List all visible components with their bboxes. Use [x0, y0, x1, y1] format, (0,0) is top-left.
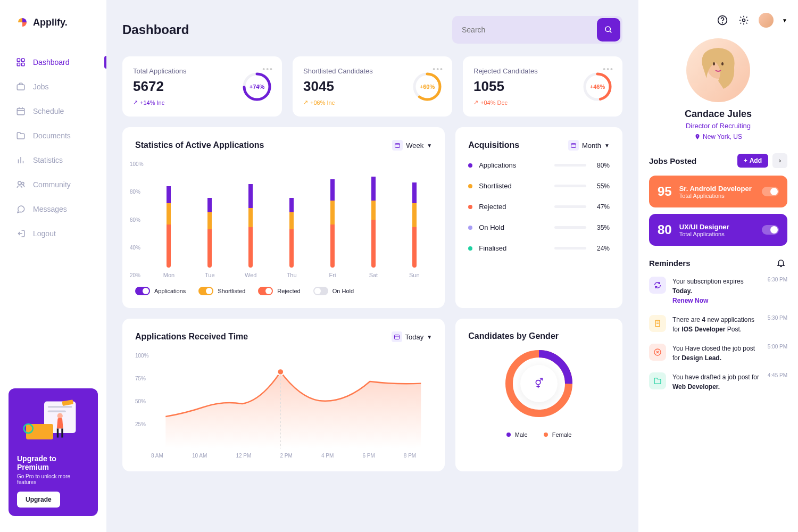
svg-rect-36	[394, 335, 399, 339]
reminder-time: 5:30 PM	[768, 315, 787, 321]
svg-rect-2	[17, 63, 20, 66]
profile-section: Candace Jules Director of Recruiting New…	[649, 38, 787, 140]
stat-ring: +74%	[243, 72, 271, 101]
svg-point-13	[22, 182, 24, 185]
chat-icon	[16, 204, 26, 214]
legend-toggle[interactable]	[258, 287, 273, 295]
received-period-select[interactable]: Today ▼	[392, 331, 433, 342]
reminder-item: Your subscription expires Today.Renew No…	[649, 277, 787, 305]
legend-toggle[interactable]	[313, 287, 328, 295]
calendar-icon	[568, 140, 579, 151]
svg-rect-23	[61, 429, 63, 438]
sidebar-item-messages[interactable]: Messages	[0, 197, 106, 221]
gender-donut-chart: ⚥	[502, 346, 576, 421]
sidebar-item-jobs[interactable]: Jobs	[0, 74, 106, 99]
male-label: Male	[515, 431, 528, 438]
legend-toggle[interactable]	[198, 287, 213, 295]
acquisition-item: Finalised 24%	[468, 244, 610, 252]
svg-rect-3	[22, 63, 24, 66]
row-charts: Statistics of Active Applications Week ▼…	[122, 127, 622, 308]
sidebar-item-dashboard[interactable]: Dashboard	[0, 50, 106, 74]
active-applications-card: Statistics of Active Applications Week ▼…	[122, 127, 445, 308]
jobs-next-button[interactable]: ›	[772, 153, 787, 168]
acquisition-item: Rejected 47%	[468, 203, 610, 211]
jobs-posted-title: Jobs Posted	[649, 156, 696, 165]
job-card[interactable]: 95 Sr. Android DeveloperTotal Applicatio…	[649, 176, 787, 207]
svg-point-47	[721, 62, 724, 65]
legend-item[interactable]: Applications	[135, 287, 186, 295]
file-icon	[649, 315, 666, 332]
nav: DashboardJobsScheduleDocumentsStatistics…	[0, 50, 106, 388]
calendar-icon	[16, 106, 26, 116]
svg-rect-34	[571, 144, 576, 148]
sidebar-item-documents[interactable]: Documents	[0, 123, 106, 148]
reminder-item: You Have closed the job post for Design …	[649, 344, 787, 363]
reminder-link[interactable]: Renew Now	[672, 297, 708, 304]
job-card[interactable]: 80 UX/UI DesignerTotal Applications	[649, 214, 787, 246]
sidebar-item-community[interactable]: Community	[0, 172, 106, 197]
bars-icon	[16, 155, 26, 165]
bell-icon[interactable]	[775, 256, 787, 269]
logout-icon	[16, 229, 26, 238]
job-count: 80	[658, 222, 672, 237]
user-menu-chevron[interactable]: ▼	[782, 18, 787, 23]
active-apps-period-select[interactable]: Week ▼	[392, 140, 432, 151]
acq-dot	[468, 163, 472, 168]
search-input[interactable]	[452, 18, 595, 41]
bar-group: Fri	[320, 172, 345, 278]
reminder-text: Your subscription expires Today.Renew No…	[672, 277, 761, 305]
job-toggle[interactable]	[762, 187, 779, 196]
svg-point-21	[57, 413, 63, 419]
help-icon[interactable]	[716, 14, 729, 27]
bar-chart-legend: ApplicationsShortlistedRejectedOn Hold	[135, 287, 432, 295]
user-avatar-small[interactable]	[759, 13, 774, 28]
sidebar-item-logout[interactable]: Logout	[0, 221, 106, 246]
sidebar-item-schedule[interactable]: Schedule	[0, 99, 106, 123]
svg-line-25	[610, 31, 611, 32]
reminder-item: You have drafted a job post for Web Deve…	[649, 372, 787, 392]
acq-percent: 80%	[593, 162, 610, 169]
job-toggle[interactable]	[762, 225, 779, 235]
page-title: Dashboard	[122, 22, 189, 37]
add-job-button[interactable]: + Add	[737, 154, 768, 168]
chevron-down-icon: ▼	[427, 334, 432, 340]
line-chart	[154, 353, 433, 448]
line-chart-x-axis: 8 AM10 AM12 PM2 PM4 PM6 PM8 PM	[135, 453, 432, 459]
legend-item[interactable]: On Hold	[313, 287, 354, 295]
stat-ring: +46%	[583, 72, 612, 101]
logo: Applify.	[0, 16, 106, 29]
svg-rect-32	[395, 144, 400, 148]
right-panel-header: ▼	[649, 13, 787, 28]
gender-card: Candidates by Gender ⚥ Male Female	[455, 319, 622, 471]
svg-point-38	[277, 369, 284, 375]
received-title: Applications Received Time	[135, 332, 248, 342]
upgrade-subtitle: Go Pro to unlock more features	[17, 473, 89, 485]
settings-icon[interactable]	[737, 14, 750, 27]
acquisitions-title: Acquisitions	[468, 140, 519, 150]
calendar-icon	[392, 140, 403, 151]
sidebar-item-statistics[interactable]: Statistics	[0, 148, 106, 172]
location-icon	[694, 134, 701, 140]
acq-label: Finalised	[479, 244, 548, 252]
acq-label: Rejected	[479, 203, 548, 211]
legend-toggle[interactable]	[135, 287, 150, 295]
bar-group: Mon	[156, 172, 181, 278]
acquisitions-list: Applications 80% Shortlisted 55% Rejecte…	[468, 161, 610, 252]
acq-bar	[554, 247, 586, 250]
svg-rect-19	[26, 424, 53, 439]
legend-item[interactable]: Rejected	[258, 287, 300, 295]
acq-dot	[468, 246, 472, 251]
acq-percent: 47%	[593, 203, 610, 211]
legend-item[interactable]: Shortlisted	[198, 287, 245, 295]
search-bar	[452, 16, 622, 44]
acq-dot	[468, 226, 472, 230]
bar-group: Tue	[197, 172, 222, 278]
search-button[interactable]	[597, 18, 620, 41]
acquisitions-period-select[interactable]: Month ▼	[568, 140, 610, 151]
stat-ring: +60%	[413, 72, 442, 101]
acq-bar	[554, 164, 586, 167]
profile-role: Director of Recruiting	[649, 122, 787, 130]
acquisitions-card: Acquisitions Month ▼ Applications 80% Sh…	[455, 127, 622, 308]
bar-label: Mon	[163, 272, 174, 278]
upgrade-button[interactable]: Upgrade	[17, 492, 60, 508]
